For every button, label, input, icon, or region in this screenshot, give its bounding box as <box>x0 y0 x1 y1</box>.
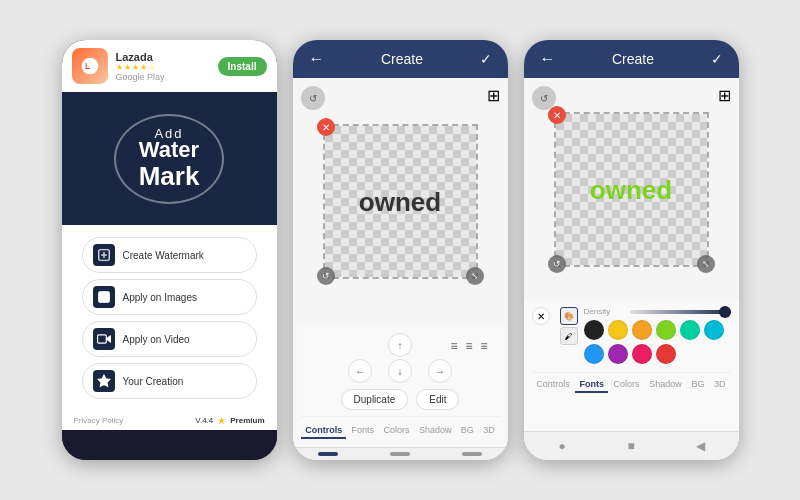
phone3-bottom-row: ● ■ ◀ <box>524 431 739 460</box>
right-arrow-btn[interactable]: → <box>428 359 452 383</box>
logo-mark-text: Mark <box>139 161 200 192</box>
editor-title-2: Create <box>381 51 423 67</box>
tab-shadow-2[interactable]: Shadow <box>415 423 456 439</box>
editor-header-3: ← Create ✓ <box>524 40 739 78</box>
version-label: V.4.4 <box>195 416 213 425</box>
canvas-frame-3[interactable]: ✕ owned ↺ ⤡ <box>554 112 709 267</box>
canvas-resize-btn-3[interactable]: ⤡ <box>697 255 715 273</box>
svg-point-6 <box>101 294 103 296</box>
nav-arrows-2: ↑ ← ↓ → <box>348 333 452 383</box>
bottom-right-btn-3[interactable]: ◀ <box>690 436 710 456</box>
menu-item-create[interactable]: Create Watermark <box>82 237 257 273</box>
install-button[interactable]: Install <box>218 57 267 76</box>
tab-fonts-2[interactable]: Fonts <box>348 423 379 439</box>
swatch-red[interactable] <box>656 344 676 364</box>
back-arrow-3[interactable]: ← <box>540 50 556 68</box>
menu-item-apply-video[interactable]: Apply on Video <box>82 321 257 357</box>
tab-controls-3[interactable]: Controls <box>532 377 574 393</box>
up-arrow-btn[interactable]: ↑ <box>388 333 412 357</box>
phone3-frame: ← Create ✓ ↺ ⊞ ✕ owned ↺ ⤡ ✕ <box>524 40 739 460</box>
editor-title-3: Create <box>612 51 654 67</box>
canvas-delete-btn-3[interactable]: ✕ <box>548 106 566 124</box>
swatch-black[interactable] <box>584 320 604 340</box>
privacy-policy-link[interactable]: Privacy Policy <box>74 416 124 425</box>
rotate-btn-2[interactable]: ↺ <box>317 267 335 285</box>
density-slider-thumb <box>719 306 731 318</box>
app-info: Lazada ★★★★☆ Google Play <box>116 51 210 82</box>
menu-item-your-creation[interactable]: Your Creation <box>82 363 257 399</box>
footer-right: V.4.4 ★ Premium <box>195 415 264 426</box>
tab-3d-3[interactable]: 3D <box>710 377 730 393</box>
bottom-center-btn-3[interactable]: ■ <box>621 436 641 456</box>
rotate-btn-3[interactable]: ↺ <box>548 255 566 273</box>
bottom-dot-2[interactable] <box>390 452 410 456</box>
bottom-dot-3[interactable] <box>462 452 482 456</box>
tab-colors-2[interactable]: Colors <box>379 423 413 439</box>
back-arrow-2[interactable]: ← <box>309 50 325 68</box>
apply-images-label: Apply on Images <box>123 292 198 303</box>
canvas-delete-btn-2[interactable]: ✕ <box>317 118 335 136</box>
bottom-dot-1[interactable] <box>318 452 338 456</box>
color-swatches <box>584 320 731 364</box>
tab-fonts-3[interactable]: Fonts <box>575 377 608 393</box>
app-name: Lazada <box>116 51 210 63</box>
swatch-blue[interactable] <box>584 344 604 364</box>
canvas-frame-2[interactable]: ✕ owned ↺ ⤡ <box>323 124 478 279</box>
canvas-text-3[interactable]: owned <box>590 174 672 205</box>
left-arrow-btn[interactable]: ← <box>348 359 372 383</box>
density-row: Density <box>584 307 731 316</box>
down-arrow-btn[interactable]: ↓ <box>388 359 412 383</box>
grid-icon[interactable]: ⊞ <box>487 86 500 105</box>
tab-colors-3[interactable]: Colors <box>610 377 644 393</box>
check-icon-3[interactable]: ✓ <box>711 51 723 67</box>
swatch-purple[interactable] <box>608 344 628 364</box>
undo-icon[interactable]: ↺ <box>301 86 325 110</box>
duplicate-btn[interactable]: Duplicate <box>341 389 409 410</box>
apply-video-label: Apply on Video <box>123 334 190 345</box>
menu-area: Create Watermark Apply on Images Apply o… <box>62 225 277 411</box>
canvas-corner-btns-2: ↺ <box>317 267 335 285</box>
close-circle-3[interactable]: ✕ <box>532 307 550 325</box>
align-btns-2: ≡ ≡ ≡ <box>448 337 489 355</box>
picker-icon-1[interactable]: 🎨 <box>560 307 578 325</box>
swatch-yellow[interactable] <box>608 320 628 340</box>
swatch-cyan[interactable] <box>704 320 724 340</box>
editor-header-2: ← Create ✓ <box>293 40 508 78</box>
swatch-teal[interactable] <box>680 320 700 340</box>
controls-nav-2: ↑ ← ↓ → ≡ ≡ ≡ <box>301 333 500 383</box>
bottom-left-btn-3[interactable]: ● <box>552 436 572 456</box>
canvas-resize-btn-2[interactable]: ⤡ <box>466 267 484 285</box>
create-watermark-label: Create Watermark <box>123 250 204 261</box>
editor-top-right-2: ⊞ <box>487 86 500 105</box>
picker-icons-3: 🎨 🖌 <box>560 307 578 345</box>
edit-btn[interactable]: Edit <box>416 389 459 410</box>
svg-marker-7 <box>106 336 110 342</box>
watermark-logo: Add Water Mark <box>109 109 229 209</box>
density-label: Density <box>584 307 624 316</box>
premium-label: Premium <box>230 416 264 425</box>
phone2-bottom-tabs <box>293 447 508 460</box>
menu-item-apply-images[interactable]: Apply on Images <box>82 279 257 315</box>
apply-video-icon <box>93 328 115 350</box>
density-slider[interactable] <box>630 310 731 314</box>
grid-icon-3[interactable]: ⊞ <box>718 86 731 105</box>
canvas-text-2[interactable]: owned <box>359 186 441 217</box>
align-right-btn[interactable]: ≡ <box>478 337 489 355</box>
logo-water-text: Water <box>139 139 199 161</box>
tab-bar-2: Controls Fonts Colors Shadow BG 3D <box>301 416 500 439</box>
tab-bg-3[interactable]: BG <box>687 377 708 393</box>
tab-controls-2[interactable]: Controls <box>301 423 346 439</box>
your-creation-icon <box>93 370 115 392</box>
align-left-btn[interactable]: ≡ <box>448 337 459 355</box>
check-icon-2[interactable]: ✓ <box>480 51 492 67</box>
tab-3d-2[interactable]: 3D <box>479 423 499 439</box>
align-center-btn[interactable]: ≡ <box>463 337 474 355</box>
picker-icon-2[interactable]: 🖌 <box>560 327 578 345</box>
tab-bg-2[interactable]: BG <box>457 423 478 439</box>
canvas-corner-btns-3: ↺ <box>548 255 566 273</box>
editor-top-right-3: ⊞ <box>718 86 731 105</box>
swatch-orange[interactable] <box>632 320 652 340</box>
swatch-green[interactable] <box>656 320 676 340</box>
tab-shadow-3[interactable]: Shadow <box>645 377 686 393</box>
swatch-pink[interactable] <box>632 344 652 364</box>
